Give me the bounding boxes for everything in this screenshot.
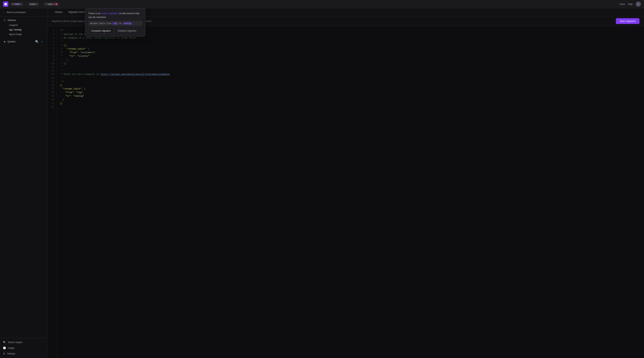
line-numbers: 1 2 3 4 5 6 7 8 9 10 11 12 13 14 15 16 1… xyxy=(47,26,57,358)
app-logo xyxy=(3,2,8,7)
rename-to-value: newtag xyxy=(123,22,132,25)
code-line-10: * }] xyxy=(60,62,644,66)
back-label: Back to workspace xyxy=(7,11,26,14)
usage-icon: 📈 xyxy=(3,347,6,349)
sidebar-item-label: image22 xyxy=(9,24,18,27)
ln-21: 21 xyxy=(47,102,56,105)
code-line-19: "to": "newtag" xyxy=(60,94,644,98)
rollback-migration-button[interactable]: Rollback migration xyxy=(115,28,139,34)
queries-actions: 🔍 + xyxy=(35,40,44,44)
code-line-5: * [{ xyxy=(60,44,644,47)
code-line-20: } xyxy=(60,98,644,102)
code-line-16: [{ xyxy=(60,84,644,87)
active-migration-link[interactable]: active migration xyxy=(101,12,118,15)
queries-header: ◈ Queries xyxy=(3,40,16,43)
user-avatar[interactable]: U xyxy=(636,2,641,7)
queries-toolbar: ◈ Queries 🔍 + xyxy=(0,38,47,45)
code-line-4: * xyxy=(60,40,644,44)
ln-2: 2 xyxy=(47,33,56,36)
search-engine-item[interactable]: 🔍 Search engine xyxy=(0,339,47,345)
ln-17: 17 xyxy=(47,87,56,91)
help-link[interactable]: Help xyxy=(628,3,633,6)
main-layout: ← Back to workspace ⬡ Schema image22 tag… xyxy=(0,8,644,358)
sidebar-item-label: tag-to-image xyxy=(9,33,22,36)
start-migration-button[interactable]: Start migration xyxy=(616,18,640,24)
info-text-before: Migrations will be created against xyxy=(52,20,86,23)
queries-label: Queries xyxy=(8,40,16,43)
usage-label: Usage xyxy=(8,347,14,349)
ln-18: 18 xyxy=(47,91,56,94)
tab-history[interactable]: History xyxy=(52,8,66,16)
code-line-21: }] xyxy=(60,102,644,105)
svg-marker-0 xyxy=(4,3,7,6)
code-editor[interactable]: /** * Welcome to the migration editor! *… xyxy=(57,26,644,358)
code-line-2: * Welcome to the migration editor! xyxy=(60,33,644,36)
code-line-15: */ xyxy=(60,80,644,84)
plan-chevron: ▾ xyxy=(20,3,22,5)
ln-14: 14 xyxy=(47,76,56,80)
ln-9: 9 xyxy=(47,58,56,62)
ln-19: 19 xyxy=(47,94,56,98)
back-to-workspace[interactable]: ← Back to workspace xyxy=(0,8,47,17)
ln-1: 1 xyxy=(47,29,56,33)
sidebar-item-image22[interactable]: image22 xyxy=(3,23,44,28)
docs-link[interactable]: Docs xyxy=(620,3,625,6)
code-line-6: * "rename_table": { xyxy=(60,47,644,51)
back-arrow-icon: ← xyxy=(3,11,5,14)
code-line-17: "rename_table": { xyxy=(60,87,644,91)
add-query-button[interactable]: + xyxy=(40,40,44,44)
ln-6: 6 xyxy=(47,47,56,51)
code-line-11: * xyxy=(60,66,644,69)
ln-3: 3 xyxy=(47,36,56,40)
code-line-13: * Check out more examples at https://git… xyxy=(60,73,644,76)
branch-selector[interactable]: ⑂ main ▾ xyxy=(44,3,59,6)
content-area: There is an active migration on this bra… xyxy=(47,8,644,358)
sidebar-bottom: 🔍 Search engine 📈 Usage ⚙ Settings xyxy=(0,338,47,358)
error-indicator xyxy=(55,3,57,5)
rename-object: table xyxy=(99,22,105,25)
sidebar-item-tag-to-image[interactable]: tag-to-image xyxy=(3,32,44,37)
ln-11: 11 xyxy=(47,66,56,69)
plan-label: FREE xyxy=(14,3,20,5)
sidebar: ← Back to workspace ⬡ Schema image22 tag… xyxy=(0,8,47,358)
code-line-9: * } xyxy=(60,58,644,62)
search-queries-button[interactable]: 🔍 xyxy=(35,40,39,44)
ln-10: 10 xyxy=(47,62,56,66)
rename-to-label: to xyxy=(119,22,122,25)
rename-label: Rename xyxy=(90,22,98,25)
schema-header: ⬡ Schema xyxy=(3,19,44,22)
search-engine-icon: 🔍 xyxy=(3,341,6,344)
branch-name: main xyxy=(48,3,52,6)
code-line-1: /** xyxy=(60,29,644,33)
settings-icon: ⚙ xyxy=(3,352,5,355)
complete-migration-button[interactable]: Complete migration xyxy=(88,28,114,34)
settings-item[interactable]: ⚙ Settings xyxy=(0,351,47,356)
sidebar-item-tag-newtag[interactable]: tag / newtag xyxy=(3,28,44,32)
ln-15: 15 xyxy=(47,80,56,84)
ln-7: 7 xyxy=(47,51,56,55)
rename-from-label: from xyxy=(106,22,111,25)
code-line-12: * xyxy=(60,69,644,73)
migration-tooltip: There is an active migration on this bra… xyxy=(85,8,146,37)
schema-icon: ⬡ xyxy=(3,19,6,22)
ln-22: 22 xyxy=(47,105,56,109)
sidebar-queries-section: ◈ Queries 🔍 + xyxy=(0,37,47,45)
ln-13: 13 xyxy=(47,73,56,76)
project-selector[interactable]: tester ▾ xyxy=(28,3,39,6)
branch-chevron: ▾ xyxy=(53,3,54,5)
topbar: D FREE ▾ / tester ▾ / ⑂ main ▾ Docs Help… xyxy=(0,0,644,8)
tooltip-actions: Complete migration Rollback migration xyxy=(88,28,142,34)
code-line-18: "from": "tag", xyxy=(60,91,644,94)
sidebar-item-label: tag / newtag xyxy=(9,28,21,31)
code-line-14: * xyxy=(60,76,644,80)
usage-item[interactable]: 📈 Usage xyxy=(0,345,47,351)
user-badge[interactable]: D FREE ▾ xyxy=(10,3,23,6)
project-chevron: ▾ xyxy=(36,3,37,5)
ln-16: 16 xyxy=(47,84,56,87)
queries-icon: ◈ xyxy=(3,40,6,43)
separator2: / xyxy=(41,3,42,6)
ln-8: 8 xyxy=(47,55,56,58)
ln-20: 20 xyxy=(47,98,56,102)
separator: / xyxy=(25,3,26,6)
code-line-3: * An example of a table rename migration… xyxy=(60,36,644,40)
